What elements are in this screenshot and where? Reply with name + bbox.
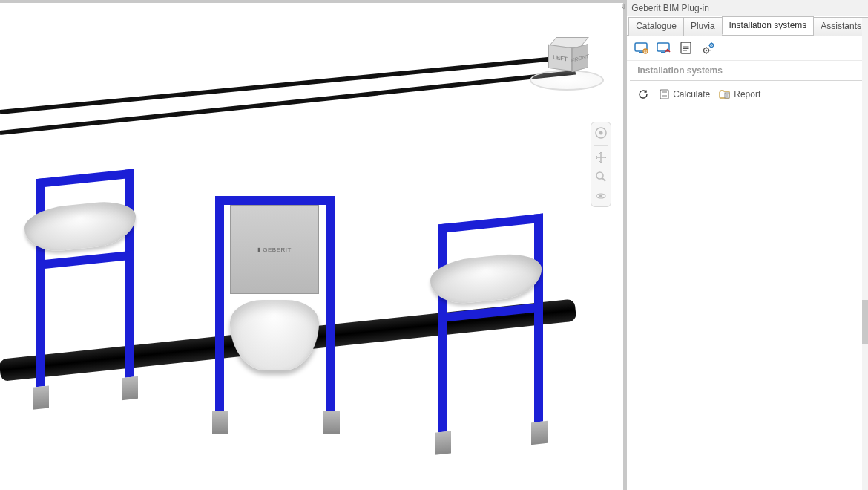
cistern-brand-label: ▮ GEBERIT [257,246,292,253]
fixture-washbasin-right [423,203,571,478]
svg-point-19 [711,45,712,46]
tool-sheet-icon[interactable] [679,41,694,56]
svg-rect-7 [639,52,643,53]
svg-point-17 [706,49,707,50]
tool-settings-icon[interactable] [701,41,716,56]
pan-icon[interactable] [594,150,608,165]
tab-label: Assistants [821,21,861,31]
panel-title-bar: ⇩ Geberit BIM Plug-in [627,0,868,16]
tool-display-1-icon[interactable] [634,41,649,56]
orbit-icon[interactable] [594,189,608,203]
tab-catalogue[interactable]: Catalogue [628,17,684,36]
tool-display-2-icon[interactable] [657,41,671,56]
tab-label: Pluvia [691,21,715,31]
calculate-icon [658,88,670,100]
viewcube-right-label: FRONT [571,53,589,62]
calculate-button[interactable]: Calculate [655,87,713,102]
tab-installation-systems[interactable]: Installation systems [722,16,815,35]
tab-label: Catalogue [636,21,677,31]
report-icon [719,88,731,100]
report-label: Report [734,89,760,99]
viewcube-face-front[interactable]: FRONT [572,44,588,72]
panel-collapse-chevron-icon[interactable]: ⇩ [621,3,627,10]
zoom-icon[interactable] [594,169,608,184]
cistern: ▮ GEBERIT [230,205,319,294]
viewport-3d[interactable]: ▮ GEBERIT LEFT FRONT [0,0,626,490]
viewcube-front-label: LEFT [553,53,568,62]
fixture-washbasin-left [21,145,154,419]
panel-scrollbar-thumb[interactable] [862,300,868,344]
refresh-button[interactable] [634,87,652,102]
svg-line-3 [602,178,605,181]
viewcube-face-left[interactable]: LEFT [548,45,572,71]
toolbar [627,36,868,61]
tab-assistants[interactable]: Assistants [813,17,868,36]
tab-pluvia[interactable]: Pluvia [683,17,723,36]
refresh-icon [637,88,649,100]
plugin-panel: ⇩ Geberit BIM Plug-in Catalogue Pluvia I… [626,0,868,490]
calculate-label: Calculate [673,89,710,99]
section-title-text: Installation systems [637,65,723,76]
action-row: Calculate Report [627,81,868,108]
tab-label: Installation systems [729,20,807,30]
panel-scrollbar-track[interactable] [862,18,868,490]
svg-point-5 [599,195,602,197]
svg-point-2 [596,172,603,179]
report-button[interactable]: Report [716,87,763,102]
panel-title: Geberit BIM Plug-in [631,3,709,13]
navigation-bar [591,122,611,207]
fixture-wc-center: ▮ GEBERIT [208,151,356,426]
steering-wheel-icon[interactable] [594,125,608,140]
svg-point-1 [599,131,603,135]
svg-rect-11 [681,42,691,53]
panel-tabs: Catalogue Pluvia Installation systems As… [627,16,868,36]
section-title: Installation systems [630,61,865,81]
viewcube[interactable]: LEFT FRONT [530,33,604,99]
svg-rect-10 [661,52,665,53]
